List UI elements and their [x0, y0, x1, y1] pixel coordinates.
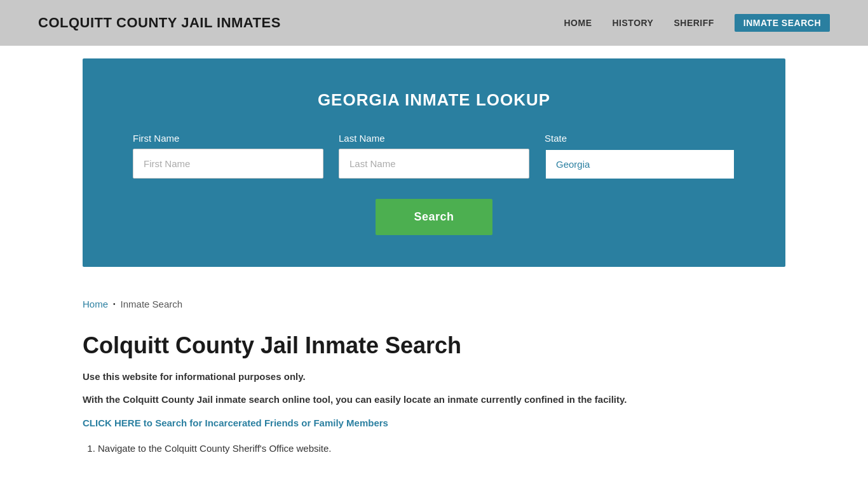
lookup-title: GEORGIA INMATE LOOKUP: [121, 90, 747, 110]
search-form-row: First Name Last Name State: [121, 133, 747, 180]
breadcrumb-separator: •: [113, 301, 116, 308]
nav-sheriff[interactable]: SHERIFF: [674, 18, 714, 28]
site-header: COLQUITT COUNTY JAIL INMATES HOME HISTOR…: [0, 0, 868, 46]
nav-home[interactable]: HOME: [564, 18, 592, 28]
state-group: State: [545, 133, 735, 180]
nav-history[interactable]: HISTORY: [613, 18, 654, 28]
first-name-input[interactable]: [133, 149, 323, 179]
breadcrumb-current: Inmate Search: [121, 299, 183, 309]
first-name-group: First Name: [133, 133, 323, 180]
list-item-1: Navigate to the Colquitt County Sheriff'…: [98, 441, 785, 456]
nav-inmate-search[interactable]: INMATE SEARCH: [735, 14, 830, 32]
search-button[interactable]: Search: [376, 199, 492, 235]
site-title: COLQUITT COUNTY JAIL INMATES: [38, 15, 281, 31]
last-name-label: Last Name: [339, 133, 529, 144]
info-line-2: With the Colquitt County Jail inmate sea…: [83, 392, 785, 407]
breadcrumb-home-link[interactable]: Home: [83, 299, 108, 309]
last-name-input[interactable]: [339, 149, 529, 179]
instructions-list: Navigate to the Colquitt County Sheriff'…: [98, 441, 785, 456]
inmate-lookup-section: GEORGIA INMATE LOOKUP First Name Last Na…: [83, 58, 785, 267]
search-btn-wrapper: Search: [121, 199, 747, 235]
main-content: Home • Inmate Search Colquitt County Jai…: [0, 280, 868, 485]
last-name-group: Last Name: [339, 133, 529, 180]
state-label: State: [545, 133, 735, 144]
page-title: Colquitt County Jail Inmate Search: [83, 332, 785, 359]
breadcrumb: Home • Inmate Search: [83, 299, 785, 309]
click-here-link[interactable]: CLICK HERE to Search for Incarcerated Fr…: [83, 417, 785, 428]
first-name-label: First Name: [133, 133, 323, 144]
main-nav: HOME HISTORY SHERIFF INMATE SEARCH: [564, 14, 831, 32]
info-line-1: Use this website for informational purpo…: [83, 369, 785, 384]
state-input[interactable]: [545, 149, 735, 180]
